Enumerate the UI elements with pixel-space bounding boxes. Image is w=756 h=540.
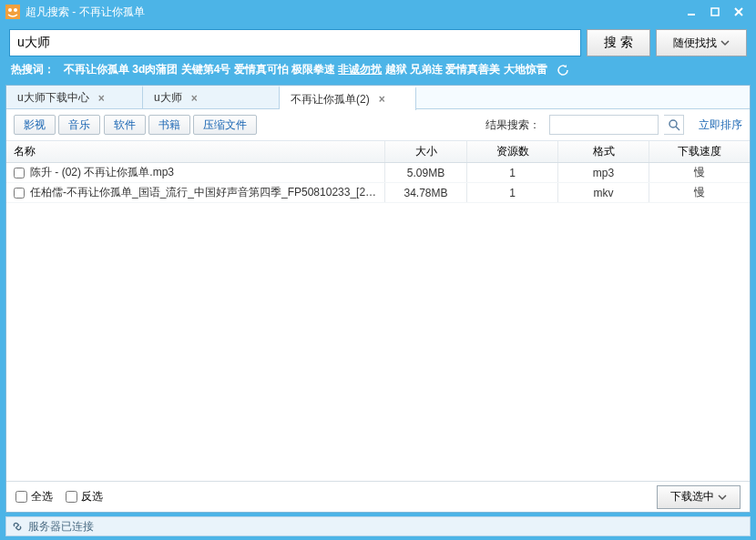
filter-button[interactable]: 软件 [104, 115, 146, 135]
close-button[interactable] [727, 3, 751, 21]
status-text: 服务器已连接 [28, 519, 94, 535]
random-search-label: 随便找找 [673, 36, 717, 51]
filter-button[interactable]: 书籍 [148, 115, 190, 135]
tab-bar: u大师下载中心×u大师×不再让你孤单(2)× [6, 86, 750, 109]
col-resources[interactable]: 资源数 [467, 141, 558, 162]
tab-close-icon[interactable]: × [379, 93, 385, 106]
hot-keyword[interactable]: 极限拳速 [291, 63, 335, 76]
random-search-button[interactable]: 随便找找 [656, 29, 747, 56]
file-size: 34.78MB [385, 183, 467, 202]
svg-point-1 [8, 8, 12, 12]
chevron-down-icon [720, 38, 730, 47]
row-checkbox[interactable] [14, 188, 25, 199]
hot-keyword[interactable]: 兄弟连 [410, 63, 443, 76]
file-format: mp3 [558, 163, 649, 182]
select-all-checkbox[interactable]: 全选 [15, 489, 53, 504]
filter-button[interactable]: 影视 [14, 115, 56, 135]
file-name: 任柏儒-不再让你孤单_国语_流行_中国好声音第四季_FP50810233_[28… [30, 185, 377, 200]
result-filter-search-button[interactable] [664, 115, 684, 135]
window-title: 超凡搜索 - 不再让你孤单 [26, 5, 679, 20]
filter-button[interactable]: 音乐 [58, 115, 100, 135]
table-body: 陈升 - (02) 不再让你孤单.mp35.09MB1mp3慢任柏儒-不再让你孤… [6, 163, 750, 481]
file-size: 5.09MB [385, 163, 467, 182]
hot-keyword[interactable]: 爱情真可怕 [234, 63, 289, 76]
row-checkbox[interactable] [14, 168, 25, 178]
app-logo-icon [5, 5, 20, 19]
maximize-button[interactable] [703, 3, 727, 21]
download-speed: 慢 [649, 163, 750, 182]
minimize-button[interactable] [679, 3, 703, 21]
tab-close-icon[interactable]: × [191, 92, 198, 105]
refresh-icon[interactable] [557, 64, 569, 76]
hot-keyword[interactable]: 非诚勿扰 [338, 63, 382, 76]
hot-keyword[interactable]: 3d肉蒲团 [132, 63, 178, 76]
hot-keyword[interactable]: 不再让你孤单 [64, 63, 129, 76]
status-bar: 服务器已连接 [5, 516, 751, 536]
svg-line-8 [676, 127, 679, 130]
col-name[interactable]: 名称 [6, 141, 385, 162]
tab[interactable]: u大师× [143, 86, 280, 108]
download-speed: 慢 [649, 183, 750, 202]
invert-selection-checkbox[interactable]: 反选 [66, 489, 103, 504]
hot-keyword[interactable]: 关键第4号 [181, 63, 231, 76]
col-speed[interactable]: 下载速度 [649, 141, 750, 162]
table-header: 名称 大小 资源数 格式 下载速度 [6, 141, 750, 163]
resource-count: 1 [467, 183, 558, 202]
search-button[interactable]: 搜 索 [587, 29, 650, 56]
search-icon [668, 118, 680, 131]
file-format: mkv [558, 183, 649, 202]
table-row[interactable]: 陈升 - (02) 不再让你孤单.mp35.09MB1mp3慢 [6, 163, 750, 183]
svg-point-7 [669, 120, 677, 127]
chevron-down-icon [718, 493, 727, 502]
tab-label: u大师 [154, 90, 182, 106]
col-format[interactable]: 格式 [558, 141, 649, 162]
tab-close-icon[interactable]: × [98, 92, 105, 105]
download-selected-label: 下载选中 [670, 489, 714, 504]
col-size[interactable]: 大小 [385, 141, 467, 162]
link-icon [12, 521, 23, 532]
svg-point-2 [14, 8, 17, 12]
download-selected-button[interactable]: 下载选中 [657, 485, 741, 509]
tab[interactable]: u大师下载中心× [6, 86, 143, 108]
tab[interactable]: 不再让你孤单(2)× [280, 87, 416, 110]
table-row[interactable]: 任柏儒-不再让你孤单_国语_流行_中国好声音第四季_FP50810233_[28… [6, 183, 750, 203]
result-filter-input[interactable] [549, 115, 659, 135]
titlebar: 超凡搜索 - 不再让你孤单 [0, 0, 756, 24]
hot-keyword[interactable]: 越狱 [385, 63, 407, 76]
hot-label: 热搜词： [11, 62, 55, 77]
search-input[interactable] [9, 29, 581, 56]
file-name: 陈升 - (02) 不再让你孤单.mp3 [30, 165, 174, 180]
tab-label: u大师下载中心 [17, 90, 89, 106]
hot-keyword[interactable]: 大地惊雷 [504, 63, 547, 76]
svg-rect-4 [711, 8, 719, 15]
result-filter-label: 结果搜索： [485, 117, 540, 133]
tab-label: 不再让你孤单(2) [291, 92, 370, 107]
filter-button[interactable]: 压缩文件 [193, 115, 257, 135]
sort-link[interactable]: 立即排序 [699, 117, 742, 133]
resource-count: 1 [467, 163, 558, 182]
hot-keywords-row: 热搜词： 不再让你孤单 3d肉蒲团 关键第4号 爱情真可怕 极限拳速 非诚勿扰 … [0, 60, 756, 85]
hot-keyword[interactable]: 爱情真善美 [445, 63, 500, 76]
